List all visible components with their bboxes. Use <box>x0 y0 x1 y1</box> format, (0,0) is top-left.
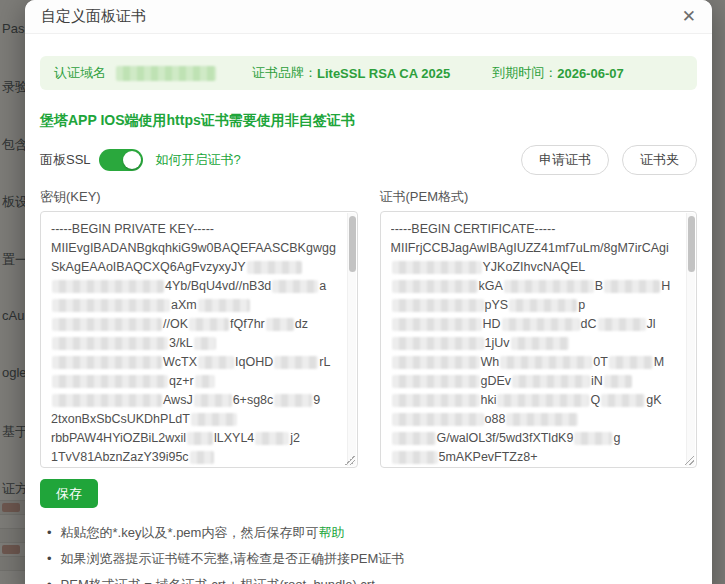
cert-columns: 密钥(KEY) -----BEGIN PRIVATE KEY-----MIIEv… <box>40 188 697 468</box>
resize-handle-icon[interactable] <box>345 455 355 465</box>
help-link[interactable]: 帮助 <box>318 525 344 540</box>
cert-expiry-value: 2026-06-07 <box>557 66 624 81</box>
redacted-domain <box>116 66 216 81</box>
tip-item: 如果浏览器提示证书链不完整,请检查是否正确拼接PEM证书 <box>40 546 697 572</box>
cert-brand-value: LiteSSL RSA CA 2025 <box>317 66 450 81</box>
tip-item: 粘贴您的*.key以及*.pem内容，然后保存即可帮助 <box>40 520 697 546</box>
panel-ssl-label: 面板SSL <box>40 151 91 169</box>
key-column: 密钥(KEY) -----BEGIN PRIVATE KEY-----MIIEv… <box>40 188 358 468</box>
panel-ssl-row: 面板SSL 如何开启证书? 申请证书 证书夹 <box>40 145 697 175</box>
scrollbar-thumb[interactable] <box>688 216 695 272</box>
tip-text: 如果浏览器提示证书链不完整,请检查是否正确拼接PEM证书 <box>61 551 405 566</box>
how-to-enable-cert-link[interactable]: 如何开启证书? <box>156 151 241 169</box>
pem-column: 证书(PEM格式) -----BEGIN CERTIFICATE-----MII… <box>380 188 698 468</box>
tips-list: 粘贴您的*.key以及*.pem内容，然后保存即可帮助 如果浏览器提示证书链不完… <box>40 520 697 584</box>
key-label: 密钥(KEY) <box>40 188 358 206</box>
cert-folder-button[interactable]: 证书夹 <box>622 145 697 175</box>
custom-panel-cert-modal: 自定义面板证书 ✕ 认证域名 证书品牌： LiteSSL RSA CA 2025… <box>25 0 712 584</box>
ios-https-notice: 堡塔APP IOS端使用https证书需要使用非自签证书 <box>40 112 697 130</box>
modal-body: 认证域名 证书品牌： LiteSSL RSA CA 2025 到期时间： 202… <box>25 34 712 584</box>
close-icon[interactable]: ✕ <box>682 8 696 25</box>
modal-header: 自定义面板证书 ✕ <box>25 0 712 34</box>
auth-domain-label: 认证域名 <box>54 64 106 82</box>
pem-label: 证书(PEM格式) <box>380 188 698 206</box>
pem-cert-textarea[interactable]: -----BEGIN CERTIFICATE-----MIIFrjCCBJagA… <box>380 211 698 468</box>
apply-cert-button[interactable]: 申请证书 <box>521 145 609 175</box>
modal-title: 自定义面板证书 <box>41 7 146 26</box>
save-button[interactable]: 保存 <box>40 479 98 508</box>
resize-handle-icon[interactable] <box>684 455 694 465</box>
toggle-knob <box>123 151 141 169</box>
cert-expiry-label: 到期时间： <box>492 64 557 82</box>
tip-text: PEM格式证书 = 域名证书.crt + 根证书(root_bundle).cr… <box>61 577 375 584</box>
tip-item: PEM格式证书 = 域名证书.crt + 根证书(root_bundle).cr… <box>40 572 697 584</box>
screen: Pas录验包含板设置一cAuogle基于证方 自定义面板证书 ✕ 认证域名 证书… <box>0 0 725 584</box>
scrollbar-thumb[interactable] <box>349 216 356 272</box>
tip-text: 粘贴您的*.key以及*.pem内容，然后保存即可 <box>61 525 319 540</box>
private-key-textarea[interactable]: -----BEGIN PRIVATE KEY-----MIIEvgIBADANB… <box>40 211 358 468</box>
cert-brand-label: 证书品牌： <box>252 64 317 82</box>
panel-ssl-toggle[interactable] <box>99 149 143 171</box>
cert-info-bar: 认证域名 证书品牌： LiteSSL RSA CA 2025 到期时间： 202… <box>40 56 697 90</box>
